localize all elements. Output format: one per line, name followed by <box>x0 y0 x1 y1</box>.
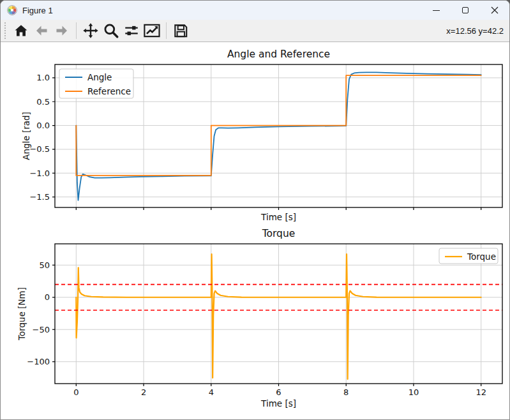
arrow-left-icon <box>34 23 49 38</box>
legend-label: Torque <box>467 251 496 262</box>
chart-title: Torque <box>262 228 296 239</box>
pan-button[interactable] <box>81 21 100 40</box>
navigation-toolbar: x=12.56 y=42.2 <box>1 20 509 42</box>
y-axis-label: Angle [rad] <box>21 112 31 160</box>
y-axis-label: Torque [Nm] <box>17 287 27 341</box>
home-button[interactable] <box>11 21 31 40</box>
close-icon <box>491 6 499 14</box>
forward-button[interactable] <box>52 21 71 40</box>
legend-label: Angle <box>87 72 112 82</box>
window-title: Figure 1 <box>22 6 53 15</box>
x-tick-label: 12 <box>476 387 486 397</box>
maximize-button[interactable] <box>451 1 480 20</box>
y-tick-label: −1.5 <box>29 192 50 202</box>
maximize-icon <box>462 7 469 13</box>
home-icon <box>13 23 29 38</box>
configure-subplots-button[interactable] <box>122 21 141 40</box>
zoom-button[interactable] <box>101 21 121 40</box>
x-tick-label: 0 <box>73 387 79 397</box>
x-tick-label: 4 <box>209 387 214 397</box>
toolbar-separator <box>76 22 77 39</box>
y-tick-label: −50 <box>33 325 50 334</box>
chart-title: Angle and Reference <box>227 49 330 60</box>
window-controls <box>421 1 509 20</box>
y-tick-label: 50 <box>39 260 50 270</box>
cursor-coordinates-readout: x=12.56 y=42.2 <box>446 20 504 42</box>
sliders-icon <box>123 22 140 39</box>
legend-label: Reference <box>87 86 131 96</box>
save-button[interactable] <box>171 21 190 40</box>
arrow-right-icon <box>54 23 70 38</box>
back-button[interactable] <box>32 21 51 40</box>
minimize-icon <box>433 10 440 11</box>
title-bar[interactable]: Figure 1 <box>1 1 509 20</box>
y-tick-label: −100 <box>27 357 50 366</box>
move-arrows-icon <box>82 22 99 39</box>
matplotlib-logo-icon <box>7 5 17 15</box>
magnifier-icon <box>103 22 119 39</box>
close-button[interactable] <box>480 1 509 20</box>
y-tick-label: 0.5 <box>36 97 50 107</box>
toolbar-separator <box>166 22 167 39</box>
y-tick-label: 0 <box>45 292 50 302</box>
x-tick-label: 6 <box>276 387 281 397</box>
x-axis-label: Time [s] <box>260 398 296 409</box>
line-chart-icon <box>143 22 161 39</box>
minimize-button[interactable] <box>421 1 451 20</box>
floppy-disk-icon <box>172 22 189 39</box>
y-tick-label: 0.0 <box>36 121 50 130</box>
x-tick-label: 10 <box>409 387 419 397</box>
y-tick-label: 1.0 <box>36 73 50 82</box>
edit-axes-button[interactable] <box>142 21 161 40</box>
x-tick-label: 8 <box>343 387 349 397</box>
x-axis-label: Time [s] <box>260 212 296 222</box>
x-tick-label: 2 <box>141 387 146 397</box>
y-tick-label: −0.5 <box>29 144 50 154</box>
figure-area: 1.00.50.0−0.5−1.0−1.5Angle and Reference… <box>1 42 510 420</box>
figure-window: Figure 1 <box>0 0 510 420</box>
toolbar-grip[interactable] <box>4 22 6 39</box>
figure-canvas[interactable]: 1.00.50.0−0.5−1.0−1.5Angle and Reference… <box>1 42 510 420</box>
y-tick-label: −1.0 <box>29 169 50 178</box>
